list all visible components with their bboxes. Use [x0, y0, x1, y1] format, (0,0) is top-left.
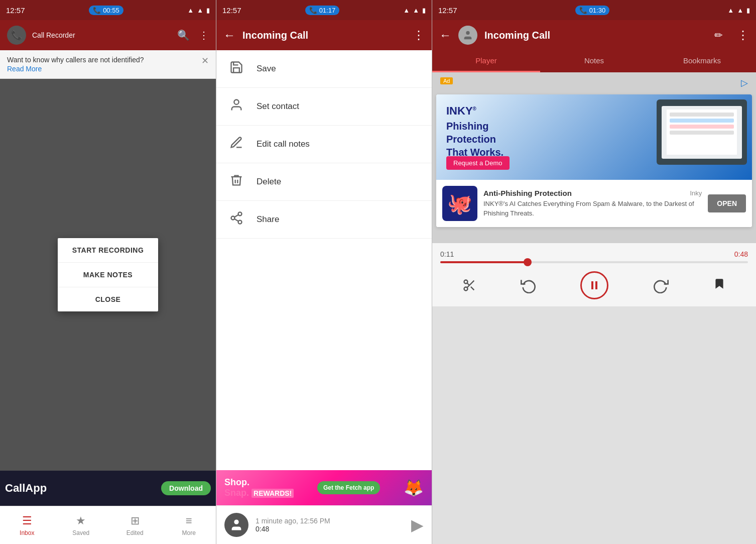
caller-avatar	[224, 513, 248, 537]
wifi-icon-1: ▲	[187, 7, 194, 14]
svg-point-6	[234, 520, 238, 524]
player-area: Ad ▷ INKY® PhishingProtectionThat Works.…	[432, 72, 756, 544]
svg-line-5	[234, 215, 238, 217]
request-demo-button[interactable]: Request a Demo	[446, 156, 510, 170]
save-icon	[228, 60, 244, 77]
call-badge-2: 📞 01:17	[305, 6, 340, 15]
toolbar-3: ← Incoming Call ✏ ⋮	[432, 20, 756, 50]
inbox-label: Inbox	[20, 529, 34, 536]
svg-point-0	[234, 100, 238, 104]
external-link-icon[interactable]: ▷	[741, 77, 748, 88]
fetch-cta-button[interactable]: Get the Fetch app	[317, 481, 380, 494]
toolbar-title-3: Incoming Call	[484, 30, 707, 41]
save-label: Save	[257, 64, 276, 74]
app-logo: 📞	[7, 26, 26, 45]
caller-avatar-3	[458, 26, 477, 45]
inky-tagline-text: PhishingProtectionThat Works.	[446, 120, 503, 159]
ad-banner-fetch[interactable]: Shop. Snap. REWARDS! Get the Fetch app 🦊	[216, 470, 432, 505]
close-button[interactable]: CLOSE	[58, 287, 158, 311]
ad-banner-callapp[interactable]: CallApp Download	[0, 471, 216, 506]
inky-banner-image: INKY® PhishingProtectionThat Works. Requ…	[436, 94, 752, 180]
delete-icon	[228, 173, 244, 190]
signal-icon-1: ▲	[197, 7, 203, 14]
status-time-1: 12:57	[6, 6, 25, 15]
ad-label: Ad	[440, 77, 453, 84]
call-duration-2: 01:17	[319, 7, 336, 14]
play-button[interactable]: ▶	[411, 515, 424, 534]
edit-button-3[interactable]: ✏	[714, 29, 723, 41]
inky-card-info: Anti-Phishing Protection Inky INKY®'s AI…	[483, 189, 702, 217]
status-icons-2: ▲ ▲ ▮	[403, 7, 426, 14]
menu-item-share[interactable]: Share	[216, 201, 432, 239]
total-time: 0:48	[734, 250, 748, 258]
saved-label: Saved	[72, 529, 89, 536]
recording-row: 1 minute ago, 12:56 PM 0:48 ▶	[216, 505, 432, 544]
menu-item-edit-notes[interactable]: Edit call notes	[216, 126, 432, 163]
svg-point-8	[464, 280, 467, 284]
tabs-bar: Player Notes Bookmarks	[432, 50, 756, 72]
battery-icon-2: ▮	[422, 7, 426, 14]
edited-label: Edited	[127, 529, 144, 536]
wifi-icon-2: ▲	[403, 7, 410, 14]
toolbar-2: ← Incoming Call ⋮	[216, 20, 432, 50]
back-button-2[interactable]: ←	[223, 28, 235, 42]
svg-line-11	[471, 287, 474, 290]
player-controls-area: 0:11 0:48	[432, 243, 756, 306]
status-icons-3: ▲ ▲ ▮	[727, 7, 750, 14]
more-button-3[interactable]: ⋮	[737, 28, 749, 42]
nav-inbox[interactable]: ☰ Inbox	[0, 506, 54, 544]
playback-controls	[440, 271, 748, 299]
recording-time: 1 minute ago, 12:56 PM	[256, 517, 404, 525]
tab-player[interactable]: Player	[432, 50, 540, 72]
call-badge-1: 📞 00:55	[89, 6, 123, 15]
ad-area: Ad ▷ INKY® PhishingProtectionThat Works.…	[432, 72, 756, 243]
fetch-ad-text: Shop. Snap. REWARDS!	[224, 477, 294, 499]
pause-button[interactable]	[580, 271, 608, 299]
nav-edited[interactable]: ⊞ Edited	[108, 506, 162, 544]
callapp-logo-text: CallApp	[5, 482, 47, 495]
forward-button[interactable]	[653, 277, 669, 293]
status-icons-1: ▲ ▲ ▮	[187, 7, 210, 14]
rewind-button[interactable]	[521, 277, 537, 293]
scissors-button[interactable]	[462, 278, 476, 292]
menu-item-delete[interactable]: Delete	[216, 163, 432, 201]
status-bar-2: 12:57 📞 01:17 ▲ ▲ ▮	[216, 0, 432, 20]
edit-notes-icon	[228, 136, 244, 153]
bookmark-button[interactable]	[713, 277, 726, 294]
tab-notes[interactable]: Notes	[540, 50, 648, 72]
toolbar-icons-1: 🔍 ⋮	[177, 29, 209, 41]
inky-card-bottom: 🐙 Anti-Phishing Protection Inky INKY®'s …	[436, 180, 752, 227]
more-button-2[interactable]: ⋮	[413, 28, 425, 42]
nav-more[interactable]: ≡ More	[162, 506, 216, 544]
floating-menu: START RECORDING MAKE NOTES CLOSE	[58, 238, 158, 311]
notification-text: Want to know why callers are not identif…	[7, 56, 144, 64]
open-button[interactable]: OPEN	[708, 194, 746, 212]
progress-bar[interactable]	[440, 261, 748, 263]
saved-icon: ★	[76, 514, 86, 527]
download-button[interactable]: Download	[161, 481, 211, 495]
nav-saved[interactable]: ★ Saved	[54, 506, 108, 544]
svg-point-2	[231, 216, 235, 220]
phone-icon-1: 📞	[93, 7, 101, 14]
inky-ad-card[interactable]: INKY® PhishingProtectionThat Works. Requ…	[436, 94, 752, 227]
panel-call-recorder: 12:57 📞 00:55 ▲ ▲ ▮ 📞 Call Recorder 🔍 ⋮ …	[0, 0, 216, 544]
svg-line-12	[467, 283, 469, 285]
inky-card-brand: Inky	[690, 189, 702, 197]
menu-item-save[interactable]: Save	[216, 50, 432, 88]
laptop-screen	[662, 106, 742, 159]
phone-icon-2: 📞	[309, 7, 317, 14]
svg-point-9	[464, 287, 467, 291]
search-icon-1[interactable]: 🔍	[177, 29, 190, 41]
progress-thumb[interactable]	[524, 258, 532, 266]
close-icon-banner[interactable]: ✕	[201, 55, 209, 66]
read-more-link[interactable]: Read More	[7, 65, 42, 73]
menu-item-set-contact[interactable]: Set contact	[216, 88, 432, 126]
back-button-3[interactable]: ←	[439, 28, 451, 42]
more-icon-1[interactable]: ⋮	[199, 29, 209, 41]
battery-icon-3: ▮	[746, 7, 750, 14]
start-recording-button[interactable]: START RECORDING	[58, 238, 158, 263]
tab-bookmarks[interactable]: Bookmarks	[648, 50, 756, 72]
battery-icon-1: ▮	[206, 7, 210, 14]
inky-card-desc: INKY®'s AI Catches Everything From Spam …	[483, 199, 702, 217]
make-notes-button[interactable]: MAKE NOTES	[58, 263, 158, 287]
